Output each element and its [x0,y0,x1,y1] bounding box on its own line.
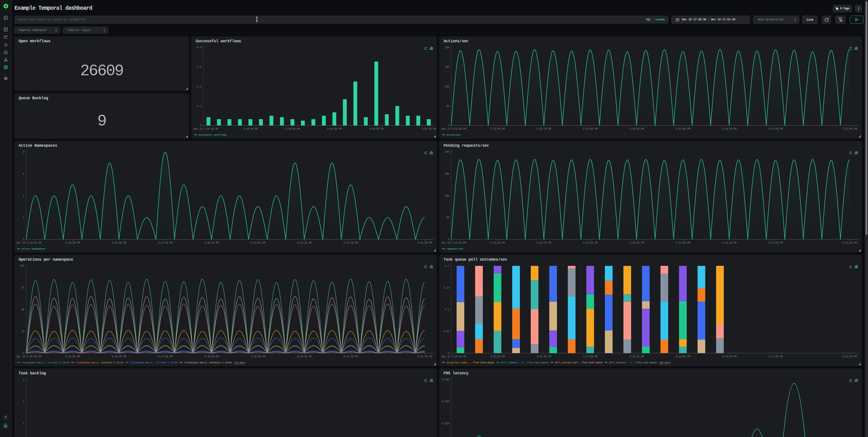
svg-text:0.019: 0.019 [442,422,450,425]
svg-text:200: 200 [445,46,450,49]
svg-text:0.038: 0.038 [442,378,450,381]
svg-text:0.029: 0.029 [442,400,450,403]
svg-text:100: 100 [445,85,450,88]
svg-text:5:39:30 PM: 5:39:30 PM [204,355,219,358]
svg-text:0: 0 [23,238,24,241]
svg-text:5:42:00 PM: 5:42:00 PM [327,127,342,131]
svg-text:5:44:30 PM: 5:44:30 PM [297,355,312,358]
svg-text:+12 more: +12 more [234,361,245,364]
svg-text:0.1: 0.1 [445,308,450,311]
svg-text:Dec 16 5:29:30 PM: Dec 16 5:29:30 PM [193,127,218,131]
svg-text:5:34:30 PM: 5:34:30 PM [537,127,551,131]
svg-text:50: 50 [446,105,449,108]
svg-text:Dec 16 5:29:30 PM: Dec 16 5:29:30 PM [441,127,466,131]
svg-text:10K: 10K [445,194,450,197]
svg-text:75: 75 [21,286,24,290]
svg-text:5:34:30 PM: 5:34:30 PM [112,242,126,245]
svg-text:5:47:00 PM: 5:47:00 PM [768,242,783,245]
svg-text:20K: 20K [445,151,450,154]
svg-text:5:39:30 PM: 5:39:30 PM [204,242,219,245]
svg-text:no_poller_tasks ..-flow-task-q: no_poller_tasks ..-flow-task-queue [446,361,494,364]
svg-text:5:51:00 PM: 5:51:00 PM [842,242,857,245]
svg-text:5:44:30 PM: 5:44:30 PM [722,242,737,245]
svg-text:25: 25 [21,330,24,333]
svg-text:poll_timeout · c..-flow-task-q: poll_timeout · c..-flow-task-queue [501,361,549,364]
svg-text:clickpipes-aws-p..outheast-2.l: clickpipes-aws-p..outheast-2.l2c4n [76,361,123,364]
svg-text:5:37:00 PM: 5:37:00 PM [158,242,173,245]
svg-text:5:42:00 PM: 5:42:00 PM [251,242,266,245]
svg-text:0.05: 0.05 [443,330,449,333]
svg-text:5:34:00 PM: 5:34:00 PM [243,127,258,131]
svg-text:0: 0 [200,124,202,127]
svg-text:5:39:30 PM: 5:39:30 PM [629,355,644,358]
svg-text:0.2: 0.2 [445,264,450,268]
svg-text:requests/sec: requests/sec [446,247,463,250]
svg-text:2: 2 [23,216,24,219]
svg-text:0: 0 [448,238,450,241]
svg-text:0.15: 0.15 [443,286,449,290]
svg-text:0: 0 [448,352,450,355]
svg-text:5:37:00 PM: 5:37:00 PM [583,242,598,245]
svg-text:5:44:30 PM: 5:44:30 PM [297,242,312,245]
svg-text:4: 4 [23,378,24,381]
svg-text:5:47:00 PM: 5:47:00 PM [343,242,358,245]
svg-text:5:32:00 PM: 5:32:00 PM [65,242,80,245]
svg-text:5:44:30 PM: 5:44:30 PM [722,355,737,358]
svg-text:5:34:30 PM: 5:34:30 PM [112,355,126,358]
svg-text:clickpipes-aws-p..-us-east-1.l: clickpipes-aws-p..-us-east-1.l2c4n [130,361,178,364]
svg-text:5:37:00 PM: 5:37:00 PM [583,355,598,358]
svg-text:0.6: 0.6 [197,66,202,69]
svg-text:0.2: 0.2 [197,105,202,108]
svg-text:5:34:30 PM: 5:34:30 PM [537,355,551,358]
svg-text:5:51:00 PM: 5:51:00 PM [417,242,432,245]
svg-text:action/sec: action/sec [446,133,461,136]
svg-text:5:47:00 PM: 5:47:00 PM [343,355,358,358]
svg-text:0: 0 [23,352,24,355]
svg-text:5:42:00 PM: 5:42:00 PM [676,355,690,358]
svg-text:?: ? [5,416,6,419]
svg-text:D: D [5,425,6,428]
svg-text:5:47:00 PM: 5:47:00 PM [768,355,783,358]
svg-text:5:42:00 PM: 5:42:00 PM [251,355,266,358]
svg-text:5:51:00 PM: 5:51:00 PM [842,127,857,131]
svg-text:0.4: 0.4 [197,85,202,88]
svg-text:5:37:00 PM: 5:37:00 PM [158,355,173,358]
svg-text:5:32:00 PM: 5:32:00 PM [490,127,505,131]
svg-text:15K: 15K [445,173,450,176]
svg-text:clickpipes-aws-p..outheast-2.l: clickpipes-aws-p..outheast-2.l2c4n [184,361,232,364]
svg-text:5:34:30 PM: 5:34:30 PM [537,242,551,245]
svg-text:+56 more: +56 more [659,361,670,364]
svg-text:3: 3 [23,400,24,403]
svg-text:successful workflows: successful workflows [198,133,226,136]
svg-text:6: 6 [23,173,24,176]
svg-text:Dec 16 5:29:30 PM: Dec 16 5:29:30 PM [17,242,41,245]
svg-text:5:51:00 PM: 5:51:00 PM [417,355,432,358]
svg-text:0: 0 [448,124,450,127]
svg-text:5:32:00 PM: 5:32:00 PM [65,355,80,358]
svg-text:5:39:30 PM: 5:39:30 PM [629,242,644,245]
svg-text:0.8: 0.8 [197,46,202,49]
svg-text:Dec 16 5:29:30 PM: Dec 16 5:29:30 PM [441,242,466,245]
svg-text:150: 150 [445,66,450,69]
svg-text:100: 100 [20,264,24,268]
svg-text:active namespaces: active namespaces [22,247,45,250]
svg-text:5:42:00 PM: 5:42:00 PM [676,127,690,131]
svg-text:4: 4 [23,194,24,197]
svg-text:poll_success · c..-flow-task-q: poll_success · c..-flow-task-queue [609,361,657,364]
svg-text:5:38:00 PM: 5:38:00 PM [285,127,300,131]
svg-text:50: 50 [21,308,24,311]
svg-text:Dec 16 5:29:30 PM: Dec 16 5:29:30 PM [17,355,41,358]
svg-text:5:42:00 PM: 5:42:00 PM [676,242,690,245]
svg-text:8: 8 [23,151,24,154]
svg-text:2: 2 [23,422,24,425]
svg-text:Dec 16 5:29:30 PM: Dec 16 5:29:30 PM [441,355,466,358]
svg-text:5:47:00 PM: 5:47:00 PM [768,127,783,131]
svg-text:clickpipes-aws-p..-us-east-2.l: clickpipes-aws-p..-us-east-2.l2c4n [22,361,69,364]
svg-text:5:37:00 PM: 5:37:00 PM [583,127,598,131]
svg-text:5:39:30 PM: 5:39:30 PM [629,127,644,131]
svg-text:5:32:00 PM: 5:32:00 PM [490,355,505,358]
svg-text:5:51:00 PM: 5:51:00 PM [842,355,857,358]
svg-text:5K: 5K [446,216,450,219]
svg-text:5:51:00 PM: 5:51:00 PM [422,127,436,131]
svg-text:5:32:00 PM: 5:32:00 PM [490,242,505,245]
